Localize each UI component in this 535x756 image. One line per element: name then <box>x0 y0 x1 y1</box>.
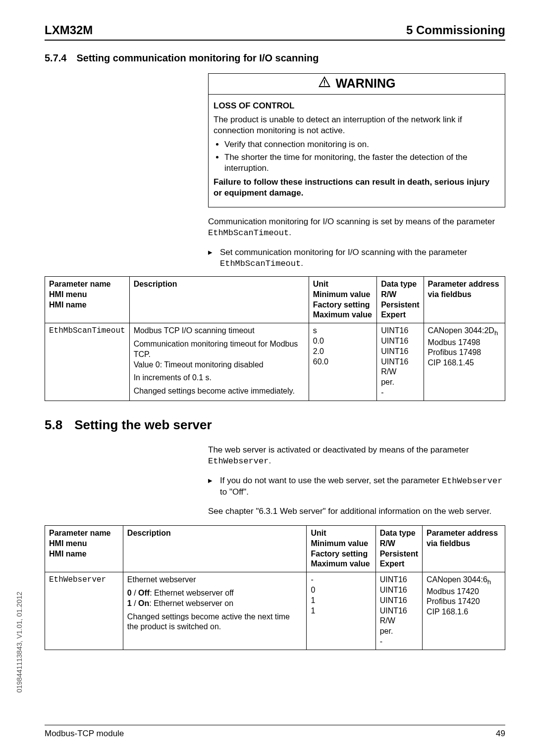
t2-h5: Parameter address via fieldbus <box>423 525 505 572</box>
section-58-num: 5.8 <box>45 417 62 432</box>
warning-p1: The product is unable to detect an inter… <box>214 114 500 136</box>
footer-left: Modbus-TCP module <box>45 728 124 739</box>
warning-block: WARNING LOSS OF CONTROL The product is u… <box>208 73 505 269</box>
t1-r1c5: CANopen 3044:2Dh Modbus 17498 Profibus 1… <box>424 323 505 401</box>
svg-rect-3 <box>324 85 325 86</box>
t1-h3: Unit Minimum value Factory setting Maxim… <box>309 276 376 323</box>
t1-r1c2: Modbus TCP I/O scanning timeout Communic… <box>129 323 309 401</box>
s58-action1: If you do not want to use the web server… <box>208 475 505 498</box>
t2-r1c1: EthWebserver <box>45 572 123 650</box>
t1-h2: Description <box>129 276 309 323</box>
table-row: EthMbScanTimeout Modbus TCP I/O scanning… <box>45 323 505 401</box>
parameter-table-2: Parameter name HMI menu HMI name Descrip… <box>45 525 505 650</box>
section-58-heading: 5.8Setting the web server <box>45 417 505 434</box>
t2-h1: Parameter name HMI menu HMI name <box>45 525 123 572</box>
t1-r1c1: EthMbScanTimeout <box>45 323 130 401</box>
t2-r1c3: - 0 1 1 <box>307 572 375 650</box>
header-left: LXM32M <box>45 22 93 38</box>
svg-rect-2 <box>324 80 325 84</box>
t1-h1: Parameter name HMI menu HMI name <box>45 276 130 323</box>
s574-action1: Set communication monitoring for I/O sca… <box>208 247 505 269</box>
warning-title: WARNING <box>336 76 396 90</box>
t2-r1c5: CANopen 3044:6h Modbus 17420 Profibus 17… <box>423 572 505 650</box>
t2-h3: Unit Minimum value Factory setting Maxim… <box>307 525 375 572</box>
t2-r1c4: UINT16 UINT16 UINT16 UINT16 R/W per. - <box>375 572 422 650</box>
t2-h4: Data type R/W Persistent Expert <box>375 525 422 572</box>
t1-h5: Parameter address via fieldbus <box>424 276 505 323</box>
s58-para2: See chapter "6.3.1 Web server" for addit… <box>208 506 505 517</box>
t1-r1c4: UINT16 UINT16 UINT16 UINT16 R/W per. - <box>377 323 424 401</box>
warning-header: WARNING <box>209 74 505 95</box>
t2-h2: Description <box>123 525 307 572</box>
t2-r1c2: Ethernet webserver 0 / Off: Ethernet web… <box>123 572 307 650</box>
page-content: LXM32M 5 Commissioning 5.7.4Setting comm… <box>0 0 535 650</box>
warning-bullet-2: The shorter the time for monitoring, the… <box>224 152 500 174</box>
t1-r1c3: s 0.0 2.0 60.0 <box>309 323 376 401</box>
s574-para1: Communication monitoring for I/O scannin… <box>208 216 505 239</box>
s58-para1: The web server is activated or deactivat… <box>208 445 505 467</box>
section-574-num: 5.7.4 <box>45 52 66 63</box>
warning-bullet-1: Verify that connection monitoring is on. <box>224 139 500 150</box>
table-row: EthWebserver Ethernet webserver 0 / Off:… <box>45 572 505 650</box>
section-58-title: Setting the web server <box>74 417 212 432</box>
section-574-title: Setting communication monitoring for I/O… <box>76 52 319 63</box>
page-footer: Modbus-TCP module 49 <box>45 725 505 739</box>
document-id-side: 0198441113843, V1.01, 01.2012 <box>15 592 24 693</box>
warning-subtitle: LOSS OF CONTROL <box>214 101 500 111</box>
header-right: 5 Commissioning <box>406 22 505 38</box>
warning-p2: Failure to follow these instructions can… <box>214 177 500 199</box>
page-header: LXM32M 5 Commissioning <box>45 22 505 41</box>
warning-triangle-icon <box>318 75 331 92</box>
footer-right: 49 <box>496 728 505 739</box>
parameter-table-1: Parameter name HMI menu HMI name Descrip… <box>45 276 505 401</box>
t1-h4: Data type R/W Persistent Expert <box>377 276 424 323</box>
section-574-heading: 5.7.4Setting communication monitoring fo… <box>45 51 505 64</box>
